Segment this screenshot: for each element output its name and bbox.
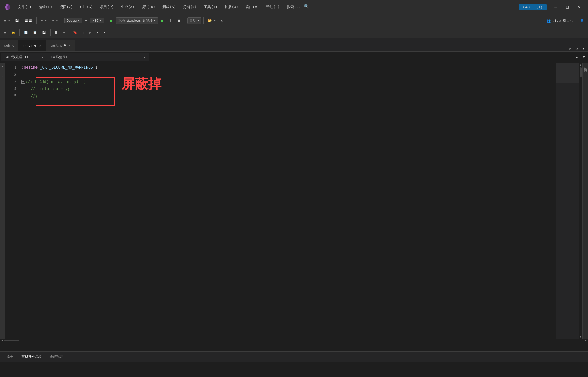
run-button[interactable]: ▶ (108, 17, 115, 24)
toolbar-icon1[interactable]: 📂 ▾ (206, 18, 218, 23)
code-line-1: #define _CRT_SECURE_NO_WARNINGS 1 (21, 64, 556, 71)
sep4 (185, 17, 185, 24)
nav-right-actions: ▲ ▼ (574, 54, 587, 60)
context-arrow-icon: ▾ (144, 55, 146, 59)
run-btn2[interactable]: ▶ (159, 17, 166, 24)
sep2 (62, 17, 62, 24)
menu-tools[interactable]: 工具(T) (200, 4, 221, 10)
app-logo (3, 3, 12, 12)
menu-help[interactable]: 帮助(H) (263, 4, 283, 10)
nav-down-btn[interactable]: ▼ (581, 54, 587, 60)
tab-addc[interactable]: add.c ✕ (18, 40, 46, 51)
account-button[interactable]: 👤 (578, 18, 586, 23)
menu-edit[interactable]: 编辑(E) (35, 4, 56, 10)
line-num-2: 2 (5, 71, 16, 78)
scroll-up-arrow[interactable]: ▲ (580, 63, 581, 66)
auto-dropdown[interactable]: 自动 ▾ (187, 17, 202, 24)
auto-arrow-icon: ▾ (197, 19, 199, 22)
tb2-item11[interactable]: ⬇ (94, 30, 101, 36)
menu-test[interactable]: 测试(S) (159, 4, 179, 10)
tab-settings-btn[interactable]: ⚙ (567, 45, 573, 51)
debug-config-dropdown[interactable]: Debug ▾ (64, 18, 82, 23)
window-controls: — □ ✕ (550, 3, 585, 12)
tab-testc[interactable]: test.c ✕ (46, 40, 75, 51)
tab-error-list[interactable]: 错误列表 (46, 354, 66, 360)
tb2-item10[interactable]: ▷ (87, 30, 93, 36)
tb2-item12[interactable]: ▾ (102, 30, 108, 36)
toolbar-new[interactable]: ⊞ ▾ (2, 18, 12, 23)
menu-file[interactable]: 文件(F) (14, 4, 35, 10)
toolbar-redo[interactable]: ↪ ▾ (50, 18, 60, 23)
sep3 (106, 17, 106, 24)
menu-project[interactable]: 项目(P) (96, 4, 117, 10)
menu-debug[interactable]: 调试(D) (138, 4, 159, 10)
maximize-button[interactable]: □ (561, 3, 573, 12)
tb2-item9[interactable]: ◁ (80, 30, 87, 36)
tb2-item5[interactable]: 💾 (40, 30, 48, 36)
scroll-left-arrow[interactable]: ◄ (1, 339, 3, 342)
menu-build[interactable]: 生成(A) (117, 4, 138, 10)
scope-dropdown[interactable]: 0407预处理(1) ▾ (1, 53, 47, 61)
line-num-4: 4 (5, 85, 16, 92)
menu-window[interactable]: 窗口(W) (242, 4, 263, 10)
tab-testc-close[interactable]: ✕ (68, 43, 71, 48)
close-button[interactable]: ✕ (573, 3, 585, 12)
toolbar-row1: ⊞ ▾ 💾 💾💾 ↩ ▾ ↪ ▾ Debug ▾ − x86 ▾ ▶ 本地 Wi… (0, 14, 588, 27)
left-activity-bar: • • (0, 63, 5, 339)
tab-output[interactable]: 输出 (3, 354, 17, 360)
vertical-scrollbar[interactable]: ▲ ▼ (579, 63, 582, 339)
search-icon: 🔍 (304, 4, 309, 10)
menu-view[interactable]: 视图(V) (56, 4, 77, 10)
editor-body: • • 1 2 3 4 5 #define _CRT_SECURE_NO_WAR… (0, 63, 588, 339)
scope-arrow-icon: ▾ (42, 55, 44, 59)
code-line-5: //} (21, 92, 556, 100)
h-scroll-thumb[interactable] (4, 340, 19, 341)
horizontal-scrollbar[interactable]: ◄ ► (0, 339, 588, 342)
tab-modified-dot (34, 45, 36, 47)
code-define-keyword: #define (21, 64, 38, 71)
tb2-item8[interactable]: 🔖 (71, 30, 79, 36)
scope-label: 0407预处理(1) (4, 55, 28, 60)
menu-extensions[interactable]: 扩展(X) (221, 4, 242, 10)
tb2-item6[interactable]: ☰ (53, 30, 60, 36)
scroll-thumb[interactable] (580, 67, 582, 77)
tb2-item7[interactable]: ⌨ (61, 30, 67, 36)
live-share-icon: 👥 (546, 19, 551, 23)
code-indent-4 (21, 85, 31, 92)
tab-subc[interactable]: sub.c (0, 40, 18, 51)
toolbar-save-all[interactable]: 💾💾 (22, 18, 34, 23)
toolbar-pause[interactable]: ⏸ (167, 18, 175, 23)
scroll-down-arrow[interactable]: ▼ (580, 335, 581, 338)
sep7 (50, 29, 51, 36)
fold-icon[interactable]: − (21, 80, 25, 84)
menu-git[interactable]: Git(G) (77, 4, 97, 10)
minimize-button[interactable]: — (550, 3, 561, 12)
output-content (0, 362, 588, 377)
code-editor[interactable]: #define _CRT_SECURE_NO_WARNINGS 1 − //in… (19, 63, 556, 339)
platform-dropdown[interactable]: x86 ▾ (90, 18, 104, 23)
menu-analyze[interactable]: 分析(N) (180, 4, 200, 10)
toolbar-stop[interactable]: ⏹ (176, 18, 183, 23)
tab-addc-label: add.c (22, 44, 32, 48)
run-config-dropdown[interactable]: 本地 Windows 调试器 ▾ (116, 17, 158, 24)
tab-split-btn[interactable]: ⊡ (574, 45, 580, 51)
tb2-item3[interactable]: 📄 (22, 30, 30, 36)
code-comment-3: //int Add(int x, int y) { (26, 78, 85, 85)
toolbar-save[interactable]: 💾 (13, 18, 21, 23)
toolbar-undo[interactable]: ↩ ▾ (39, 18, 49, 23)
nav-up-btn[interactable]: ▲ (574, 54, 580, 60)
tb2-item2[interactable]: 🔒 (9, 30, 17, 36)
tb2-item1[interactable]: ⊞ (2, 30, 8, 36)
tb2-item4[interactable]: 📋 (31, 30, 39, 36)
scroll-right-arrow[interactable]: ► (585, 339, 587, 342)
toolbar-icon2[interactable]: ⚙ (219, 18, 225, 23)
toolbar-minus[interactable]: − (83, 18, 89, 23)
tab-arrow-right[interactable]: ▾ (581, 46, 586, 51)
tab-find-results[interactable]: 查找符号结果 (18, 353, 45, 360)
menu-search[interactable]: 搜索... (283, 4, 304, 10)
line-num-1: 1 (5, 64, 16, 71)
live-share-button[interactable]: 👥 Live Share (546, 19, 574, 23)
context-dropdown[interactable]: (全局范围) ▾ (47, 53, 149, 61)
tab-addc-close[interactable]: ✕ (39, 43, 41, 48)
code-line-2 (21, 71, 556, 78)
